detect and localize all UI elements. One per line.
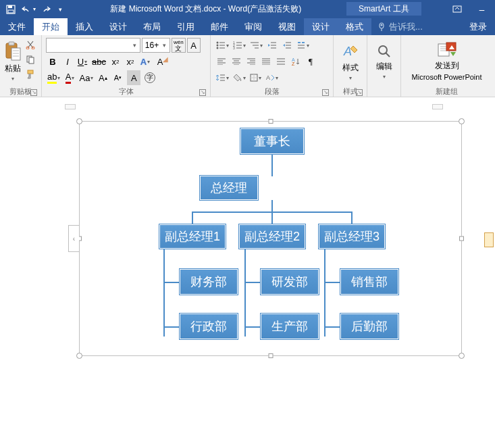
align-center-button[interactable] xyxy=(230,54,243,69)
font-launcher[interactable]: ↘ xyxy=(199,89,206,96)
org-node-vgm1[interactable]: 副总经理1 xyxy=(159,224,226,249)
svg-rect-7 xyxy=(11,48,20,60)
strikethrough-button[interactable]: abc xyxy=(90,54,107,69)
tab-smartart-format[interactable]: 格式 xyxy=(338,18,371,35)
group-editing: 编辑▾ xyxy=(367,35,401,97)
editing-button[interactable]: 编辑▾ xyxy=(370,36,398,86)
change-case-button[interactable]: Aa▾ xyxy=(78,70,95,85)
quick-access-toolbar: ▾ ▾ xyxy=(0,2,68,17)
svg-text:Z: Z xyxy=(292,61,295,66)
tab-review[interactable]: 审阅 xyxy=(236,18,270,35)
org-node-vgm2[interactable]: 副总经理2 xyxy=(239,224,305,249)
org-node-rd[interactable]: 研发部 xyxy=(261,269,319,295)
undo-button[interactable]: ▾ xyxy=(20,2,36,17)
character-shading-button[interactable]: A xyxy=(127,70,140,85)
phonetic-guide-button[interactable]: wén文 xyxy=(172,38,186,53)
login-button[interactable]: 登录 xyxy=(461,18,495,35)
tell-me-search[interactable]: 告诉我... xyxy=(371,18,461,35)
text-effects-button[interactable]: A▾ xyxy=(138,54,152,69)
paste-button[interactable]: 粘贴 ▾ xyxy=(3,36,22,86)
ruler-margin-right xyxy=(432,104,443,109)
shrink-font-button[interactable]: A▾ xyxy=(111,70,124,85)
align-right-button[interactable] xyxy=(244,54,258,69)
save-button[interactable] xyxy=(3,2,19,17)
svg-point-18 xyxy=(217,45,219,47)
superscript-button[interactable]: x2 xyxy=(124,54,137,69)
paragraph-launcher[interactable]: ↘ xyxy=(322,89,329,96)
ribbon: 粘贴 ▾ 剪贴板↘ ▾ 16+▾ wén文 A B xyxy=(0,35,495,97)
clipboard-launcher[interactable]: ↘ xyxy=(30,89,37,96)
italic-button[interactable]: I xyxy=(61,54,74,69)
styles-launcher[interactable]: ↘ xyxy=(356,89,363,96)
tab-view[interactable]: 视图 xyxy=(270,18,304,35)
org-node-finance[interactable]: 财务部 xyxy=(180,269,238,295)
underline-button[interactable]: U▾ xyxy=(76,54,89,69)
org-node-production[interactable]: 生产部 xyxy=(261,314,319,339)
highlight-button[interactable]: ab▾ xyxy=(46,70,61,85)
svg-rect-14 xyxy=(29,57,34,64)
asian-layout-button[interactable]: ▾ xyxy=(295,38,311,53)
redo-button[interactable] xyxy=(38,2,54,17)
org-node-vgm3[interactable]: 副总经理3 xyxy=(319,224,385,249)
ribbon-tabs: 文件 开始 插入 设计 布局 引用 邮件 审阅 视图 设计 格式 告诉我... … xyxy=(0,18,495,35)
qat-customize-button[interactable]: ▾ xyxy=(55,2,65,17)
increase-indent-button[interactable] xyxy=(280,38,294,53)
svg-text:A: A xyxy=(343,45,352,58)
tab-design[interactable]: 设计 xyxy=(101,18,135,35)
grow-font-button[interactable]: A▴ xyxy=(96,70,109,85)
minimize-button[interactable]: ‒ xyxy=(472,2,491,17)
tab-insert[interactable]: 插入 xyxy=(68,18,101,35)
send-to-powerpoint-button[interactable]: 发送到 Microsoft PowerPoint xyxy=(404,36,490,86)
styles-button[interactable]: A 样式▾ xyxy=(336,36,364,86)
group-paragraph: ▾ 123▾ ▾ ▾ AZ ¶ ▾ xyxy=(211,35,334,97)
decrease-indent-button[interactable] xyxy=(265,38,279,53)
distributed-button[interactable] xyxy=(274,54,288,69)
org-node-chairman[interactable]: 董事长 xyxy=(240,128,304,154)
borders-button[interactable]: ▾ xyxy=(249,70,263,85)
tab-layout[interactable]: 布局 xyxy=(135,18,169,35)
svg-rect-2 xyxy=(8,10,14,13)
cut-button[interactable] xyxy=(24,38,37,51)
smartart-selection-frame[interactable]: ‹ 董事长 总经理 副总经理1 副总经理2 副总经理3 财务部 xyxy=(79,121,462,356)
tab-file[interactable]: 文件 xyxy=(0,18,34,35)
side-panel-tab[interactable] xyxy=(484,232,494,247)
multilevel-list-button[interactable]: ▾ xyxy=(249,38,264,53)
line-spacing-button[interactable]: ▾ xyxy=(215,70,230,85)
smartart-text-pane-toggle[interactable]: ‹ xyxy=(68,225,79,252)
subscript-button[interactable]: x2 xyxy=(109,54,122,69)
clear-formatting-button[interactable]: A◢ xyxy=(153,54,167,69)
justify-button[interactable] xyxy=(259,54,273,69)
enclose-characters-button[interactable]: 字 xyxy=(143,70,157,85)
font-color-button[interactable]: A▾ xyxy=(63,70,76,85)
group-styles: A 样式▾ 样式↘ xyxy=(334,35,367,97)
org-node-gm[interactable]: 总经理 xyxy=(200,176,258,200)
sort-button[interactable]: AZ xyxy=(289,54,303,69)
numbering-button[interactable]: 123▾ xyxy=(232,38,247,53)
org-node-logistics[interactable]: 后勤部 xyxy=(340,314,398,339)
align-left-button[interactable] xyxy=(215,54,228,69)
tab-references[interactable]: 引用 xyxy=(169,18,203,35)
svg-rect-1 xyxy=(8,5,12,8)
show-marks-button[interactable]: ¶ xyxy=(304,54,317,69)
tab-mailings[interactable]: 邮件 xyxy=(203,18,236,35)
tab-smartart-design[interactable]: 设计 xyxy=(304,18,338,35)
document-area[interactable]: ‹ 董事长 总经理 副总经理1 副总经理2 副总经理3 财务部 xyxy=(0,97,495,448)
copy-button[interactable] xyxy=(24,53,37,66)
org-node-sales[interactable]: 销售部 xyxy=(340,269,398,295)
text-direction-button[interactable]: A▾ xyxy=(264,70,280,85)
tab-home[interactable]: 开始 xyxy=(34,18,68,35)
font-size-combo[interactable]: 16+▾ xyxy=(142,38,170,53)
svg-point-4 xyxy=(381,24,383,26)
font-name-combo[interactable]: ▾ xyxy=(46,38,140,53)
org-node-admin[interactable]: 行政部 xyxy=(180,314,238,339)
svg-line-71 xyxy=(386,53,390,57)
bold-button[interactable]: B xyxy=(46,54,59,69)
shading-button[interactable]: ▾ xyxy=(232,70,247,85)
window-title: 新建 Microsoft Word 文档.docx - Word(产品激活失败)… xyxy=(68,3,444,15)
svg-rect-6 xyxy=(9,42,14,45)
bullets-button[interactable]: ▾ xyxy=(215,38,230,53)
character-border-button[interactable]: A xyxy=(187,38,201,53)
format-painter-button[interactable] xyxy=(24,68,37,81)
ribbon-display-options-button[interactable] xyxy=(448,2,467,17)
title-bar: ▾ ▾ 新建 Microsoft Word 文档.docx - Word(产品激… xyxy=(0,0,495,18)
